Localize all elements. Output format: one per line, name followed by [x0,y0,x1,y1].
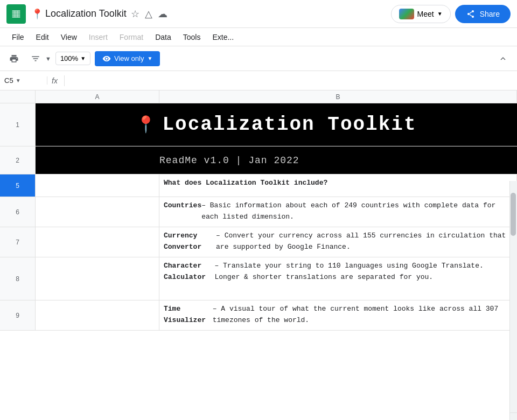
svg-point-9 [472,16,474,18]
table-row: 6 Countries – Basic information about ea… [0,197,517,227]
table-row: 2 ReadMe v1.0 | Jan 2022 [0,146,517,174]
scrollbar-thumb[interactable] [511,193,516,236]
svg-rect-0 [10,8,22,20]
formula-divider [64,75,65,86]
menu-bar: File Edit View Insert Format Data Tools … [0,28,517,46]
row-number-6: 6 [0,197,36,227]
title-pin-cell-icon: 📍 [136,115,157,135]
title-merged-cell: 📍 Localization Toolkit [36,103,517,146]
menu-data[interactable]: Data [150,31,177,44]
meet-label: Meet [417,10,434,18]
menu-view[interactable]: View [55,31,82,44]
title-pin-icon: 📍 [31,8,43,20]
sheet-main-title: 📍 Localization Toolkit [136,114,416,136]
menu-extensions[interactable]: Exte... [207,31,239,44]
svg-point-8 [472,10,474,12]
menu-tools[interactable]: Tools [178,31,206,44]
cell-reference-box[interactable]: C5 ▼ [4,76,47,85]
share-label: Share [480,10,500,18]
filter-chevron[interactable]: ▼ [45,55,51,62]
share-icon [466,9,476,19]
collapse-toolbar-button[interactable] [494,50,512,67]
cell-6a[interactable] [36,197,159,227]
row5-text: What does Localization Toolkit include? [164,178,327,189]
app-icon [6,4,26,24]
svg-line-10 [470,12,472,13]
row7-label: Currency Convertor [164,230,216,253]
cell-7a[interactable] [36,227,159,257]
table-row: 7 Currency Convertor – Convert your curr… [0,227,517,257]
eye-icon [102,54,111,63]
print-button[interactable] [5,50,23,67]
star-icon[interactable]: ☆ [131,8,139,20]
cell-9b[interactable]: Time Visualizer – A visual tour of what … [159,300,517,330]
spreadsheet: A B 1 📍 Localization Toolkit 2 ReadMe v1… [0,90,517,420]
col-header-a[interactable]: A [36,90,159,103]
row6-text: – Basic information about each of 249 co… [201,200,512,223]
svg-point-7 [467,13,470,15]
row-number-1: 1 [0,103,36,146]
col-header-b[interactable]: B [159,90,517,103]
cell-ref-value: C5 [4,76,13,85]
row8-text: – Translate your string to 110 languages… [214,261,512,283]
table-row: 1 📍 Localization Toolkit [0,103,517,146]
row-number-5: 5 [0,174,36,197]
toolbar: ▼ 100% ▼ View only ▼ [0,46,517,71]
row9-label: Time Visualizer [164,304,213,326]
view-only-chevron-icon: ▼ [147,55,152,61]
filter-button[interactable] [27,50,44,67]
svg-line-11 [470,15,472,16]
row-number-2: 2 [0,146,36,174]
cell-6b[interactable]: Countries – Basic information about each… [159,197,517,227]
cell-ref-chevron-icon: ▼ [16,78,21,83]
filter-control[interactable]: ▼ [27,50,51,67]
cell-7b[interactable]: Currency Convertor – Convert your curren… [159,227,517,257]
cell-9a[interactable] [36,300,159,330]
row-number-7: 7 [0,227,36,257]
cell-8a[interactable] [36,257,159,300]
menu-format: Format [114,31,149,44]
title-action-icons: ☆ △ ☁ [131,8,167,20]
column-headers: A B [0,90,517,103]
table-row: 9 Time Visualizer – A visual tour of wha… [0,300,517,331]
doc-title[interactable]: Localization Toolkit [45,8,127,19]
view-only-label: View only [114,54,144,62]
table-row: 5 What does Localization Toolkit include… [0,174,517,197]
vertical-scrollbar[interactable] [509,181,517,420]
view-only-button[interactable]: View only ▼ [95,51,160,66]
title-bar: 📍 Localization Toolkit ☆ △ ☁ Meet ▼ Shar… [0,0,517,28]
zoom-value: 100% [60,54,78,62]
row-num-header [0,90,36,103]
cell-8b[interactable]: Character Calculator – Translate your st… [159,257,517,300]
menu-edit[interactable]: Edit [31,31,54,44]
svg-rect-1 [12,10,20,11]
svg-rect-2 [12,12,20,13]
formula-bar: C5 ▼ fx [0,71,517,90]
meet-chevron-icon: ▼ [437,11,443,17]
sheet-subtitle: ReadMe v1.0 | Jan 2022 [159,155,299,166]
scroll-corner [509,412,517,420]
meet-icon [399,9,414,19]
meet-button[interactable]: Meet ▼ [391,5,451,23]
keep-icon[interactable]: △ [145,8,152,20]
row8-label: Character Calculator [164,261,214,283]
svg-rect-6 [17,10,18,17]
zoom-chevron-icon: ▼ [80,55,86,61]
cloud-icon[interactable]: ☁ [158,8,167,20]
share-button[interactable]: Share [455,5,511,23]
svg-rect-3 [12,14,20,15]
row9-text: – A visual tour of what the current mome… [213,304,512,326]
cell-5a[interactable] [36,174,159,197]
row6-label: Countries [164,200,201,212]
zoom-control[interactable]: 100% ▼ [55,52,90,65]
table-row: 8 Character Calculator – Translate your … [0,257,517,300]
svg-rect-4 [12,16,20,17]
svg-rect-5 [15,10,15,17]
row-number-8: 8 [0,257,36,300]
sheet-body: 1 📍 Localization Toolkit 2 ReadMe v1.0 |… [0,103,517,331]
fx-label: fx [52,76,58,85]
row-number-9: 9 [0,300,36,330]
subtitle-merged-cell: ReadMe v1.0 | Jan 2022 [36,146,517,174]
cell-5b[interactable]: What does Localization Toolkit include? [159,174,517,197]
menu-file[interactable]: File [6,31,30,44]
